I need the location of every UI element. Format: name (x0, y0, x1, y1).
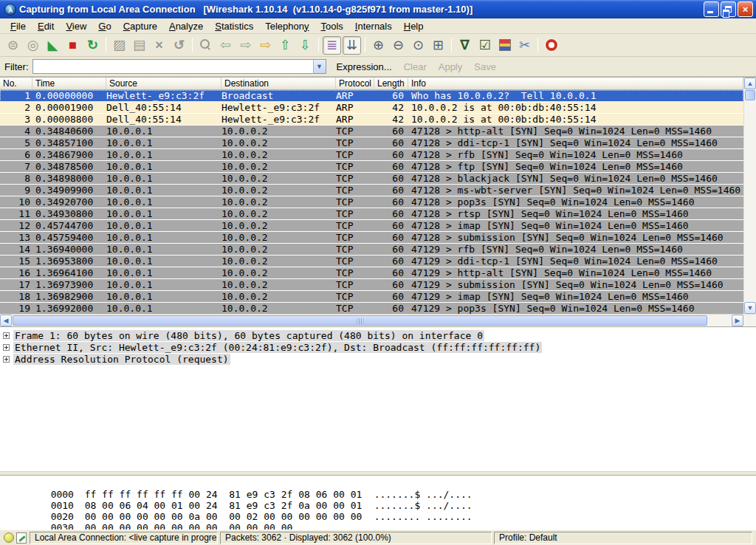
packet-row[interactable]: 14 1.36940000 10.0.0.1 10.0.0.2 TCP 60 4… (0, 244, 743, 256)
scroll-left-button[interactable]: ◀ (0, 315, 12, 326)
status-profile[interactable]: Profile: Default (494, 532, 752, 544)
filter-input[interactable] (33, 60, 313, 73)
open-file-icon[interactable]: ▨ (110, 36, 128, 55)
close-button[interactable]: × (738, 1, 753, 17)
packet-row[interactable]: 7 0.34878500 10.0.0.1 10.0.0.2 TCP 60 47… (0, 161, 743, 173)
packet-row[interactable]: 16 1.36964100 10.0.0.1 10.0.0.2 TCP 60 4… (0, 267, 743, 279)
packet-row[interactable]: 5 0.34857100 10.0.0.1 10.0.0.2 TCP 60 47… (0, 137, 743, 149)
menu-tools[interactable]: Tools (315, 19, 349, 33)
detail-row[interactable]: Address Resolution Protocol (request) (0, 353, 756, 365)
packet-row[interactable]: 13 0.45759400 10.0.0.1 10.0.0.2 TCP 60 4… (0, 232, 743, 244)
save-file-icon[interactable]: ▤ (130, 36, 148, 55)
expand-plus-icon[interactable] (3, 332, 10, 339)
restore-button[interactable] (721, 1, 736, 17)
column-header-info[interactable]: Info (408, 78, 743, 90)
menu-edit[interactable]: Edit (32, 19, 60, 33)
menu-file[interactable]: File (4, 19, 32, 33)
column-header-protocol[interactable]: Protocol (336, 78, 374, 90)
horizontal-scroll-thumb[interactable] (13, 315, 707, 326)
coloring-rules-icon[interactable] (495, 36, 514, 55)
packet-row[interactable]: 12 0.45744700 10.0.0.1 10.0.0.2 TCP 60 4… (0, 220, 743, 232)
column-header-time[interactable]: Time (32, 78, 106, 90)
packet-row[interactable]: 19 1.36992000 10.0.0.1 10.0.0.2 TCP 60 4… (0, 303, 743, 314)
column-header-length[interactable]: Length (374, 78, 408, 90)
expand-plus-icon[interactable] (3, 356, 10, 363)
toolbar-separator (451, 38, 452, 52)
save-button[interactable]: Save (474, 61, 496, 72)
help-icon[interactable] (542, 36, 560, 55)
apply-button[interactable]: Apply (439, 61, 463, 72)
packet-details-pane: Frame 1: 60 bytes on wire (480 bits), 60… (0, 326, 756, 471)
start-capture-icon[interactable]: ◣ (44, 36, 62, 55)
packet-row[interactable]: 4 0.34840600 10.0.0.1 10.0.0.2 TCP 60 47… (0, 126, 743, 137)
hex-row[interactable]: 0000ff ff ff ff ff ff 00 24 81 e9 c3 2f … (4, 478, 756, 489)
packet-row[interactable]: 1 0.00000000 Hewlett-_e9:c3:2f Broadcast… (0, 90, 743, 102)
menu-statistics[interactable]: Statistics (209, 19, 259, 33)
vertical-scrollbar[interactable]: ▲ ▼ (743, 78, 756, 314)
zoom-in-icon[interactable]: ⊕ (369, 36, 388, 55)
stop-capture-icon[interactable]: ■ (63, 36, 82, 55)
menu-view[interactable]: View (60, 19, 92, 33)
expression-button[interactable]: Expression... (337, 61, 392, 72)
packet-row[interactable]: 2 0.00001900 Dell_40:55:14 Hewlett-_e9:c… (0, 102, 743, 114)
restart-capture-icon[interactable]: ↻ (83, 36, 102, 55)
menu-help[interactable]: Help (398, 19, 430, 33)
expert-info-icon[interactable] (4, 532, 14, 543)
list-interfaces-icon[interactable]: ⊜ (4, 36, 22, 55)
capture-filter-icon[interactable]: ∇ (456, 36, 474, 55)
packet-row[interactable]: 15 1.36953800 10.0.0.1 10.0.0.2 TCP 60 4… (0, 256, 743, 267)
scroll-down-button[interactable]: ▼ (744, 302, 756, 314)
packet-row[interactable]: 18 1.36982900 10.0.0.1 10.0.0.2 TCP 60 4… (0, 291, 743, 303)
column-header-no[interactable]: No. (0, 78, 32, 90)
scroll-up-button[interactable]: ▲ (744, 78, 756, 89)
capture-comment-icon[interactable] (16, 532, 27, 544)
packet-row[interactable]: 3 0.00008800 Dell_40:55:14 Hewlett-_e9:c… (0, 114, 743, 126)
go-to-packet-icon[interactable]: ⇨ (256, 36, 275, 55)
zoom-out-icon[interactable]: ⊖ (389, 36, 408, 55)
go-back-icon[interactable]: ⇦ (216, 36, 235, 55)
menu-capture[interactable]: Capture (117, 19, 163, 33)
column-header-destination[interactable]: Destination (221, 78, 336, 90)
display-filter-icon[interactable]: ☑ (475, 36, 494, 55)
resize-columns-icon[interactable]: ⊞ (429, 36, 447, 55)
horizontal-scrollbar[interactable]: ◀ ▶ (0, 314, 756, 326)
packet-row[interactable]: 17 1.36973900 10.0.0.1 10.0.0.2 TCP 60 4… (0, 279, 743, 291)
go-to-bottom-icon[interactable]: ⇩ (296, 36, 315, 55)
packet-row[interactable]: 6 0.34867900 10.0.0.1 10.0.0.2 TCP 60 47… (0, 149, 743, 161)
menu-internals[interactable]: Internals (349, 19, 398, 33)
close-file-icon[interactable]: × (150, 36, 168, 55)
colorize-icon[interactable]: ≣ (323, 36, 341, 55)
toolbar-separator (365, 38, 365, 52)
scroll-right-button[interactable]: ▶ (732, 315, 743, 326)
menu-analyze[interactable]: Analyze (163, 19, 209, 33)
packet-row[interactable]: 10 0.34920700 10.0.0.1 10.0.0.2 TCP 60 4… (0, 196, 743, 208)
status-bar: Local Area Connection: <live capture in … (0, 529, 756, 545)
minimize-button[interactable] (704, 1, 719, 17)
toolbar-separator (537, 38, 538, 52)
find-packet-icon[interactable] (196, 36, 215, 55)
filter-dropdown-button[interactable]: ▼ (313, 60, 326, 73)
expand-plus-icon[interactable] (3, 344, 10, 351)
zoom-100-icon[interactable]: ⊙ (409, 36, 427, 55)
go-forward-icon[interactable]: ⇨ (236, 36, 255, 55)
preferences-icon[interactable]: ✂ (515, 36, 534, 55)
wireshark-app-icon (4, 4, 16, 16)
vertical-scroll-thumb[interactable] (745, 90, 755, 100)
packet-row[interactable]: 11 0.34930800 10.0.0.1 10.0.0.2 TCP 60 4… (0, 208, 743, 220)
clear-button[interactable]: Clear (404, 61, 427, 72)
menu-telephony[interactable]: Telephony (259, 19, 315, 33)
detail-row[interactable]: Ethernet II, Src: Hewlett-_e9:c3:2f (00:… (0, 341, 756, 353)
capture-options-icon[interactable]: ◎ (24, 36, 42, 55)
packet-row[interactable]: 9 0.34909900 10.0.0.1 10.0.0.2 TCP 60 47… (0, 185, 743, 196)
filter-combobox: ▼ (32, 59, 326, 74)
go-to-top-icon[interactable]: ⇧ (276, 36, 295, 55)
scrollbar-corner (743, 315, 756, 326)
column-header-source[interactable]: Source (106, 78, 221, 90)
close-icon: × (743, 4, 749, 15)
auto-scroll-icon[interactable]: ⇊ (343, 36, 361, 55)
packet-row[interactable]: 8 0.34898000 10.0.0.1 10.0.0.2 TCP 60 47… (0, 173, 743, 185)
window-title: Capturing from Local Area Connection [Wi… (19, 4, 702, 15)
menu-go[interactable]: Go (92, 19, 117, 33)
reload-icon[interactable]: ↺ (170, 36, 188, 55)
detail-row[interactable]: Frame 1: 60 bytes on wire (480 bits), 60… (0, 329, 756, 341)
